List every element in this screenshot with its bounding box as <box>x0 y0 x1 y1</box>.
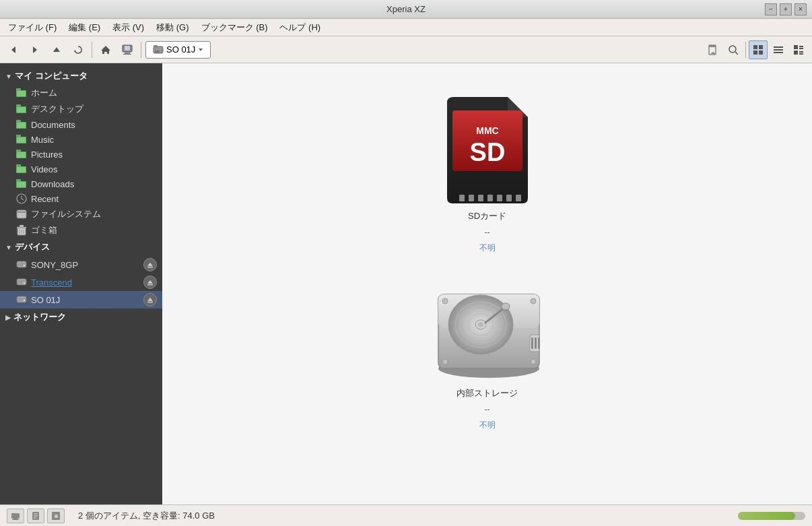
svg-rect-31 <box>799 53 803 55</box>
hdd-size: -- <box>485 405 490 414</box>
statusbar-btn-2[interactable] <box>27 508 44 523</box>
refresh-button[interactable] <box>69 40 88 59</box>
back-icon <box>9 45 18 55</box>
menu-edit[interactable]: 編集 (E) <box>63 20 106 35</box>
svg-point-97 <box>478 323 483 327</box>
svg-rect-8 <box>123 54 131 55</box>
sidebar-label-pictures: Pictures <box>31 150 63 160</box>
sidebar-label-downloads: Downloads <box>31 179 74 189</box>
recent-icon <box>16 193 27 204</box>
maximize-button[interactable]: + <box>780 3 792 15</box>
menu-file[interactable]: ファイル (F) <box>3 20 62 35</box>
sidebar: ▼ マイ コンピュータ ホーム デスクトップ Documents Music <box>0 63 162 504</box>
svg-rect-39 <box>16 120 21 123</box>
sidebar-item-downloads[interactable]: Downloads <box>0 176 162 191</box>
sidebar-item-documents[interactable]: Documents <box>0 117 162 132</box>
search-button[interactable] <box>724 40 743 59</box>
sidebar-item-videos[interactable]: Videos <box>0 162 162 176</box>
close-button[interactable]: × <box>794 3 807 15</box>
main-area: ▼ マイ コンピュータ ホーム デスクトップ Documents Music <box>0 63 812 504</box>
view-compact-button[interactable] <box>789 40 808 59</box>
location-button[interactable]: SO 01J <box>145 41 211 59</box>
sidebar-item-so01j[interactable]: SO 01J <box>0 291 162 308</box>
svg-marker-13 <box>199 48 203 51</box>
titlebar: Xperia XZ − + × <box>0 0 812 19</box>
statusbar-btn-1[interactable] <box>7 508 24 523</box>
toolbar: SO 01J <box>0 36 812 63</box>
svg-rect-46 <box>17 152 26 158</box>
svg-point-66 <box>24 265 25 266</box>
sd-card-item[interactable]: MMC SD SDカード -- 不明 <box>440 90 535 254</box>
location-label: SO 01J <box>166 44 195 55</box>
svg-rect-86 <box>497 195 502 201</box>
view-compact-icon <box>793 44 804 55</box>
sidebar-item-trash[interactable]: ゴミ箱 <box>0 222 162 238</box>
svg-rect-88 <box>516 195 521 201</box>
svg-point-12 <box>160 51 161 52</box>
transcend-drive-icon <box>16 277 27 288</box>
svg-rect-40 <box>17 123 26 128</box>
view-grid-button[interactable] <box>749 40 768 59</box>
svg-text:MMC: MMC <box>476 125 498 136</box>
svg-rect-45 <box>16 150 21 152</box>
sidebar-item-music[interactable]: Music <box>0 132 162 147</box>
sidebar-item-pictures[interactable]: Pictures <box>0 147 162 162</box>
minimize-button[interactable]: − <box>765 3 777 15</box>
window-title: Xperia XZ <box>386 4 426 14</box>
svg-rect-6 <box>125 46 130 51</box>
eject-icon <box>147 279 154 286</box>
up-button[interactable] <box>47 40 66 59</box>
svg-rect-73 <box>147 284 153 286</box>
svg-point-71 <box>24 282 25 284</box>
network-label: ネットワーク <box>13 311 66 323</box>
home-button[interactable] <box>96 40 115 59</box>
svg-point-99 <box>502 303 510 310</box>
svg-point-76 <box>24 300 25 301</box>
sidebar-section-network[interactable]: ▶ ネットワーク <box>0 308 162 326</box>
menu-go[interactable]: 移動 (G) <box>151 20 194 35</box>
bookmark-icon-button[interactable] <box>704 40 722 59</box>
sidebar-item-transcend[interactable]: Transcend <box>0 273 162 291</box>
svg-rect-11 <box>154 45 158 48</box>
svg-text:SD: SD <box>469 138 505 166</box>
svg-rect-22 <box>759 51 763 55</box>
sidebar-section-mycomputer[interactable]: ▼ マイ コンピュータ <box>0 67 162 85</box>
statusbar-btn-3[interactable]: ⊕ <box>47 508 65 523</box>
network-triangle: ▶ <box>5 314 11 321</box>
statusbar-info: 2 個のアイテム, 空き容量: 74.0 GB <box>78 510 215 522</box>
trash-icon <box>16 225 27 236</box>
eject-icon <box>147 261 154 268</box>
eject-so01j-button[interactable] <box>143 293 157 306</box>
view-list-button[interactable] <box>769 40 788 59</box>
sidebar-label-documents: Documents <box>31 120 75 130</box>
sidebar-section-devices[interactable]: ▼ デバイス <box>0 238 162 256</box>
svg-rect-85 <box>487 195 493 201</box>
sony8gp-drive-icon <box>16 259 27 270</box>
svg-point-101 <box>531 298 536 304</box>
home-folder-icon <box>16 88 27 98</box>
storage-progress-fill <box>738 512 795 520</box>
menu-help[interactable]: ヘルプ (H) <box>274 20 326 35</box>
sidebar-item-desktop[interactable]: デスクトップ <box>0 101 162 117</box>
statusbar-icon-3: ⊕ <box>51 511 61 521</box>
svg-marker-2 <box>53 47 60 52</box>
eject-sony8gp-button[interactable] <box>143 258 157 271</box>
computer-button[interactable] <box>118 40 137 59</box>
mycomputer-triangle: ▼ <box>5 73 12 80</box>
menu-view[interactable]: 表示 (V) <box>107 20 149 35</box>
forward-button[interactable] <box>26 40 44 59</box>
svg-rect-20 <box>759 45 763 49</box>
svg-rect-57 <box>18 211 26 213</box>
sidebar-item-filesystem[interactable]: ファイルシステム <box>0 206 162 222</box>
sd-card-unknown: 不明 <box>479 242 496 254</box>
menu-bookmarks[interactable]: ブックマーク (B) <box>196 20 273 35</box>
sidebar-item-home[interactable]: ホーム <box>0 85 162 101</box>
svg-rect-59 <box>17 227 26 228</box>
sidebar-item-sony8gp[interactable]: SONY_8GP <box>0 256 162 273</box>
sidebar-item-recent[interactable]: Recent <box>0 191 162 206</box>
svg-rect-51 <box>16 179 21 182</box>
view-list-icon <box>773 44 784 55</box>
back-button[interactable] <box>4 40 23 59</box>
hdd-item[interactable]: 内部ストレージ -- 不明 <box>430 281 545 431</box>
eject-transcend-button[interactable] <box>143 275 157 289</box>
